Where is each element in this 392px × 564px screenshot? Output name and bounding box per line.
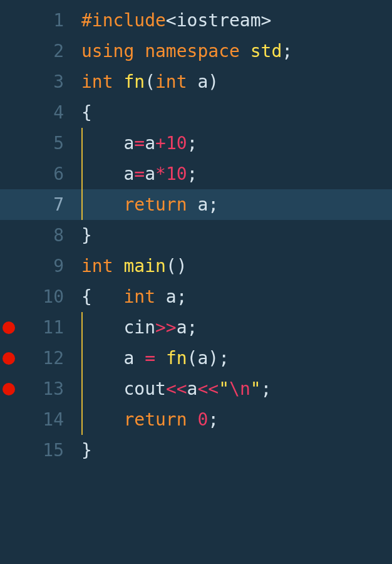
code-content[interactable]: } bbox=[81, 435, 92, 466]
code-content[interactable]: a=a+10; bbox=[81, 128, 197, 159]
code-token: + bbox=[155, 133, 166, 154]
gutter[interactable]: 15 bbox=[0, 440, 81, 461]
gutter[interactable]: 1 bbox=[0, 10, 81, 31]
breakpoint-icon[interactable] bbox=[3, 383, 15, 395]
code-token: ; bbox=[208, 194, 219, 215]
code-token: int bbox=[81, 71, 113, 92]
code-token: 10 bbox=[166, 133, 187, 154]
code-token: namespace bbox=[145, 41, 240, 61]
code-content[interactable]: a=a*10; bbox=[81, 159, 197, 189]
gutter[interactable]: 11 bbox=[0, 317, 81, 338]
code-token: 0 bbox=[197, 409, 208, 430]
indent-guide bbox=[81, 312, 83, 343]
code-token: return bbox=[123, 194, 187, 215]
code-content[interactable]: using namespace std; bbox=[81, 36, 292, 66]
code-token: } bbox=[81, 225, 92, 246]
code-token: ; bbox=[187, 164, 198, 184]
gutter[interactable]: 6 bbox=[0, 164, 81, 184]
code-line[interactable]: 1#include<iostream> bbox=[0, 5, 392, 36]
gutter[interactable]: 9 bbox=[0, 256, 81, 276]
gutter[interactable]: 7 bbox=[0, 194, 81, 215]
code-editor[interactable]: 1#include<iostream>2using namespace std;… bbox=[0, 0, 392, 466]
code-line[interactable]: 7 return a; bbox=[0, 189, 392, 220]
breakpoint-icon[interactable] bbox=[3, 321, 15, 334]
code-token: ; bbox=[187, 317, 198, 338]
code-content[interactable]: cin>>a; bbox=[81, 312, 197, 343]
line-number: 7 bbox=[53, 194, 64, 215]
code-line[interactable]: 2using namespace std; bbox=[0, 36, 392, 66]
code-line[interactable]: 8} bbox=[0, 220, 392, 251]
line-number: 6 bbox=[53, 164, 64, 184]
line-number: 4 bbox=[53, 102, 64, 123]
code-token bbox=[92, 286, 124, 307]
indent-guide bbox=[81, 159, 83, 189]
code-line[interactable]: 3int fn(int a) bbox=[0, 66, 392, 97]
code-token: std bbox=[250, 41, 282, 61]
code-token: () bbox=[166, 256, 187, 276]
code-token: " bbox=[250, 379, 261, 399]
code-token: ( bbox=[145, 71, 155, 92]
code-content[interactable]: #include<iostream> bbox=[81, 5, 271, 36]
code-token: int bbox=[81, 256, 113, 276]
line-number: 9 bbox=[53, 256, 64, 276]
code-token: } bbox=[81, 440, 92, 461]
code-content[interactable]: int main() bbox=[81, 251, 187, 281]
code-content[interactable]: int fn(int a) bbox=[81, 66, 219, 97]
code-content[interactable]: cout<<a<<"\n"; bbox=[81, 373, 271, 404]
code-content[interactable]: { int a; bbox=[81, 281, 187, 312]
gutter[interactable]: 12 bbox=[0, 348, 81, 368]
code-line[interactable]: 11 cin>>a; bbox=[0, 312, 392, 343]
gutter[interactable]: 4 bbox=[0, 102, 81, 123]
code-line[interactable]: 14 return 0; bbox=[0, 404, 392, 435]
gutter[interactable]: 8 bbox=[0, 225, 81, 246]
indent bbox=[81, 133, 123, 154]
line-number: 14 bbox=[43, 409, 64, 430]
code-token: a bbox=[123, 133, 134, 154]
indent bbox=[81, 194, 123, 215]
code-token: <iostream> bbox=[166, 10, 272, 31]
code-content[interactable]: } bbox=[81, 220, 92, 251]
code-token: { bbox=[81, 102, 92, 123]
code-line[interactable]: 4{ bbox=[0, 97, 392, 128]
indent-guide bbox=[81, 189, 83, 220]
indent bbox=[81, 317, 123, 338]
indent-guide bbox=[81, 373, 83, 404]
code-token: " bbox=[219, 379, 229, 399]
line-number: 8 bbox=[53, 225, 64, 246]
code-token: >> bbox=[155, 317, 177, 338]
code-line[interactable]: 12 a = fn(a); bbox=[0, 343, 392, 373]
code-token: ; bbox=[261, 379, 272, 399]
gutter[interactable]: 3 bbox=[0, 71, 81, 92]
code-token: a bbox=[155, 286, 177, 307]
code-token: fn bbox=[166, 348, 187, 368]
code-line[interactable]: 5 a=a+10; bbox=[0, 128, 392, 159]
code-token: * bbox=[155, 164, 166, 184]
code-content[interactable]: return a; bbox=[81, 189, 219, 220]
code-line[interactable]: 6 a=a*10; bbox=[0, 159, 392, 189]
indent bbox=[81, 164, 123, 184]
line-number: 2 bbox=[53, 41, 64, 61]
code-token: a bbox=[187, 194, 209, 215]
gutter[interactable]: 10 bbox=[0, 286, 81, 307]
code-token: ; bbox=[282, 41, 292, 61]
code-content[interactable]: { bbox=[81, 97, 92, 128]
code-token: cout bbox=[123, 379, 165, 399]
indent-guide bbox=[81, 343, 83, 373]
code-token: fn bbox=[123, 71, 145, 92]
line-number: 12 bbox=[43, 348, 64, 368]
gutter[interactable]: 14 bbox=[0, 409, 81, 430]
code-token bbox=[187, 409, 198, 430]
code-line[interactable]: 13 cout<<a<<"\n"; bbox=[0, 373, 392, 404]
gutter[interactable]: 13 bbox=[0, 379, 81, 399]
breakpoint-icon[interactable] bbox=[3, 352, 15, 365]
code-token bbox=[155, 348, 166, 368]
code-content[interactable]: a = fn(a); bbox=[81, 343, 229, 373]
gutter[interactable]: 5 bbox=[0, 133, 81, 154]
code-content[interactable]: return 0; bbox=[81, 404, 219, 435]
code-token: << bbox=[197, 379, 219, 399]
line-number: 15 bbox=[43, 440, 64, 461]
code-line[interactable]: 10{ int a; bbox=[0, 281, 392, 312]
gutter[interactable]: 2 bbox=[0, 41, 81, 61]
code-line[interactable]: 9int main() bbox=[0, 251, 392, 281]
code-line[interactable]: 15} bbox=[0, 435, 392, 466]
